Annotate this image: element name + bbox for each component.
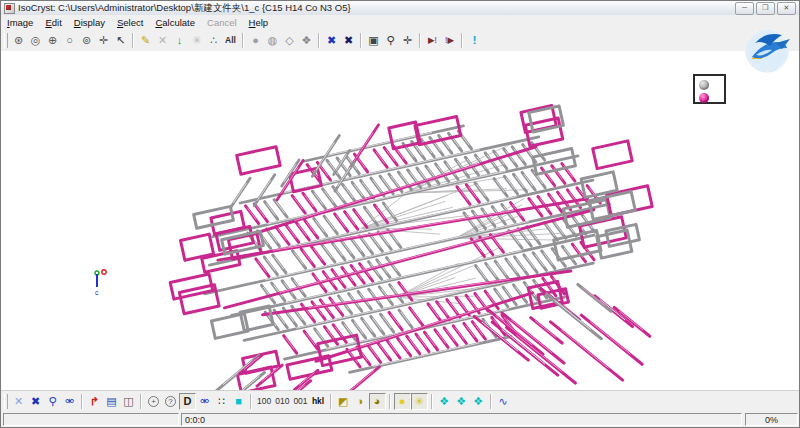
toolbar-separator <box>461 33 463 48</box>
sphere-gray-icon[interactable]: ● <box>247 32 264 49</box>
bond-double-icon[interactable]: ⚮ <box>61 393 78 410</box>
app-icon <box>4 3 15 14</box>
pointer-arrow-icon[interactable]: ↖ <box>112 32 129 49</box>
status-progress: 0% <box>745 413 798 426</box>
structure-canvas[interactable]: c <box>1 51 800 390</box>
atom-columns-icon[interactable]: ▤ <box>103 393 120 410</box>
bond-angle-icon[interactable]: ⊚ <box>78 32 95 49</box>
view-toolbar: ✕✖⚲⚮↱▤◫+?D⚮∷■100010001hkl◩◑◕●✳❖❖❖∿ <box>1 390 799 413</box>
open-circle-icon[interactable]: ○ <box>61 32 78 49</box>
cross-highlight-icon[interactable]: ✖ <box>323 32 340 49</box>
half-circle-icon[interactable]: ◑ <box>352 393 369 410</box>
toolbar-separator <box>140 394 142 409</box>
main-toolbar: ⊛◎⊕○⊚✛↖✎✕↓✳∴All●◍◇❖✖✖▣⚲✛▶!!▶! <box>1 29 799 52</box>
title-bar[interactable]: IsoCryst: C:\Users\Administrator\Desktop… <box>1 1 799 16</box>
toolbar-separator <box>330 394 332 409</box>
frame-in-frame-icon[interactable]: ▣ <box>365 32 382 49</box>
toolbar-separator <box>132 33 134 48</box>
bond-single-icon[interactable]: ⚲ <box>44 393 61 410</box>
delete-cross-icon[interactable]: ✕ <box>154 32 171 49</box>
yellow-rays-icon[interactable]: ✳ <box>411 393 428 410</box>
polyhedron-icon[interactable]: ◇ <box>281 32 298 49</box>
cross-bold-icon[interactable]: ✖ <box>27 393 44 410</box>
polyhedron-rays-icon[interactable]: ❖ <box>298 32 315 49</box>
toolbar-separator <box>389 394 391 409</box>
axes-setup-icon[interactable]: ↱ <box>86 393 103 410</box>
packing-dots-icon[interactable]: ∷ <box>213 393 230 410</box>
axis-c-label: c <box>95 289 99 296</box>
minimize-button[interactable]: ─ <box>735 2 754 15</box>
grow-down-arrow-icon[interactable]: ↓ <box>171 32 188 49</box>
menu-image[interactable]: Image <box>1 17 39 28</box>
window-controls: ─ ❒ ✕ <box>735 2 796 15</box>
orientation-axes-icon: c <box>87 267 111 297</box>
menu-cancel: Cancel <box>201 17 243 28</box>
toolbar-separator <box>490 394 492 409</box>
translate-icon[interactable]: ✛ <box>95 32 112 49</box>
structure-viewport[interactable] <box>1 51 800 390</box>
rotate-sphere-icon[interactable]: ⊛ <box>10 32 27 49</box>
status-bar: 0:0:0 0% <box>1 411 799 428</box>
circle-plus-icon[interactable]: + <box>148 396 159 407</box>
unit-cell-icon[interactable]: ◫ <box>120 393 137 410</box>
plane-001-button[interactable]: 001 <box>291 393 309 410</box>
bird-logo-icon <box>742 27 794 75</box>
diamond-2-icon[interactable]: ❖ <box>453 393 470 410</box>
crosshair-icon[interactable]: ✛ <box>399 32 416 49</box>
circle-question-icon[interactable]: ? <box>165 396 176 407</box>
menu-bar: ImageEditDisplaySelectCalculateCancelHel… <box>1 15 799 30</box>
run-forward-icon[interactable]: ▶! <box>424 32 441 49</box>
atom-legend <box>693 74 726 104</box>
plane-square-icon[interactable]: ■ <box>230 393 247 410</box>
draw-pencil-icon[interactable]: ✎ <box>137 32 154 49</box>
status-cell-indices: 0:0:0 <box>181 413 742 426</box>
menu-edit[interactable]: Edit <box>39 17 67 28</box>
toolbar-grip[interactable] <box>4 394 8 409</box>
menu-display[interactable]: Display <box>68 17 111 28</box>
mouse-icon[interactable]: ⚲ <box>382 32 399 49</box>
window-title: IsoCryst: C:\Users\Administrator\Desktop… <box>18 2 351 15</box>
menu-calculate[interactable]: Calculate <box>149 17 201 28</box>
concentric-circles-icon[interactable]: ◎ <box>27 32 44 49</box>
yellow-sphere-icon[interactable]: ● <box>394 393 411 410</box>
toolbar-separator <box>242 33 244 48</box>
legend-atom-magenta[interactable] <box>699 93 709 103</box>
cross-thin-icon[interactable]: ✕ <box>10 393 27 410</box>
d-mode-button[interactable]: D <box>179 393 196 410</box>
menu-select[interactable]: Select <box>111 17 149 28</box>
toolbar-grip[interactable] <box>4 33 8 48</box>
select-all-button[interactable]: All <box>222 32 239 49</box>
toolbar-separator <box>360 33 362 48</box>
diamond-1-icon[interactable]: ❖ <box>436 393 453 410</box>
cross-dark-icon[interactable]: ✖ <box>340 32 357 49</box>
menu-help[interactable]: Help <box>243 17 275 28</box>
diamond-3-icon[interactable]: ❖ <box>470 393 487 410</box>
status-panel-empty <box>3 413 179 426</box>
half-square-icon[interactable]: ◩ <box>335 393 352 410</box>
toolbar-separator <box>419 33 421 48</box>
rays-disabled-icon[interactable]: ✳ <box>188 32 205 49</box>
app-window: IsoCryst: C:\Users\Administrator\Desktop… <box>0 0 800 428</box>
plane-hkl-button[interactable]: hkl <box>310 393 327 410</box>
toolbar-separator <box>431 394 433 409</box>
toolbar-separator <box>81 394 83 409</box>
maximize-button[interactable]: ❒ <box>756 2 775 15</box>
dots-icon[interactable]: ∴ <box>205 32 222 49</box>
shaded-circle-icon[interactable]: ◕ <box>369 393 386 410</box>
bond-balls-icon[interactable]: ⚮ <box>196 393 213 410</box>
legend-atom-gray[interactable] <box>699 80 709 90</box>
toolbar-separator <box>250 394 252 409</box>
toolbar-separator <box>318 33 320 48</box>
run-back-icon[interactable]: !▶ <box>441 32 458 49</box>
info-exclaim-icon[interactable]: ! <box>466 32 483 49</box>
spectrum-curve-icon[interactable]: ∿ <box>495 393 512 410</box>
plane-010-button[interactable]: 010 <box>273 393 291 410</box>
atom-sphere-icon[interactable]: ⊕ <box>44 32 61 49</box>
sphere-net-icon[interactable]: ◍ <box>264 32 281 49</box>
plane-100-button[interactable]: 100 <box>255 393 273 410</box>
close-button[interactable]: ✕ <box>777 2 796 15</box>
